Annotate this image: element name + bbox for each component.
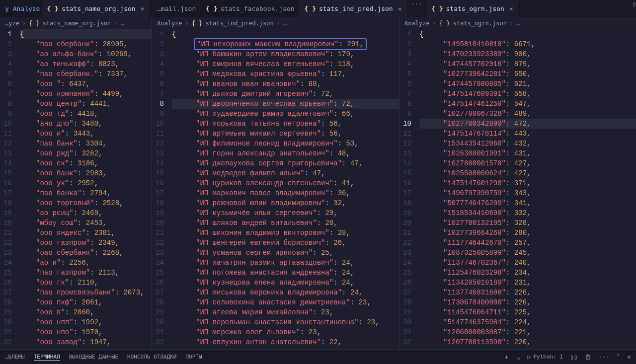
code-line[interactable]: "ИП шиконин владимир викторович": 28, — [172, 228, 399, 238]
code-line[interactable]: "ИП агеева мария михайловна": 23, — [172, 307, 399, 317]
editor-mid[interactable]: 1234567891011121314151617181920212223242… — [152, 29, 399, 349]
code-line[interactable]: "ИП иванов иван иванович": 88, — [172, 79, 399, 89]
terminal-instance[interactable]: ▷ Python: 1 — [528, 353, 563, 361]
code-line[interactable]: "ИП дворянченко вячеслав юрьевич": 72, — [172, 99, 399, 109]
code-line[interactable]: "ИП медякова кристина юрьевна": 117, — [172, 69, 399, 79]
code-line[interactable]: "ИП кузьмичёв илья сергеевич": 29, — [172, 208, 399, 218]
code-line[interactable]: "ИП цуриков александр евгеньевич": 41, — [172, 178, 399, 188]
close-icon[interactable]: × — [509, 5, 513, 12]
code-line[interactable]: "1027739642281": 650, — [419, 69, 636, 79]
code-line[interactable]: "1117746442670": 257, — [419, 238, 636, 248]
code-line[interactable]: "ао альфа-банк": 10269, — [20, 49, 152, 59]
code-line[interactable]: "1145476064711": 225, — [419, 307, 636, 317]
close-icon[interactable]: × — [398, 5, 402, 12]
code-line[interactable]: "ооо яндекс": 2381, — [20, 228, 152, 238]
code-line[interactable]: "1475147609391": 558, — [419, 89, 636, 99]
code-line[interactable]: "5077746476209": 341, — [419, 198, 636, 208]
code-line[interactable]: "пао банк": 3304, — [20, 139, 152, 148]
code-line[interactable]: "ИП мережко олег львович": 23, — [172, 327, 399, 337]
analyze-tab-fragment[interactable]: y Analyze — [0, 0, 42, 17]
code-line[interactable]: "ИП рожновой юлии владимировны": 32, — [172, 198, 399, 208]
more-icon[interactable]: ··· — [598, 353, 610, 361]
code-line[interactable]: "ооо нпп": 1992, — [20, 317, 152, 327]
code-line[interactable]: "1206000003087": 221, — [419, 327, 636, 337]
code-line[interactable]: "оао сбербанк": 2268, — [20, 248, 152, 258]
code-line[interactable]: { — [419, 29, 636, 39]
code-line[interactable]: "1475147601290": 371, — [419, 178, 636, 188]
code-line[interactable]: "ооо банк": 2983, — [20, 168, 152, 178]
code-line[interactable]: "1474457880885": 621, — [419, 79, 636, 89]
code-line[interactable]: "ИП шляков андрей витальевич": 28, — [172, 218, 399, 228]
code-line[interactable]: "ИП медведев филипп ильич": 47, — [172, 168, 399, 178]
close-icon[interactable]: × — [141, 5, 145, 12]
code-line[interactable]: "1475147461250": 547, — [419, 99, 636, 109]
code-line[interactable]: "1025500000624": 427, — [419, 168, 636, 178]
code-line[interactable]: "ИП погожева анастасия андреевна": 24, — [172, 268, 399, 278]
code-line[interactable]: "ИП дьяков дмитрий игоревич": 72, — [172, 89, 399, 99]
terminal-tab-problems[interactable]: …БЛЕМЫ — [5, 354, 25, 360]
code-line[interactable]: "мбоу сош": 2453, — [20, 218, 152, 228]
code-line[interactable]: "1027700342890": 472, — [419, 119, 636, 129]
breadcrumb[interactable]: Analyze › { } stats_ind_pred.json › … — [152, 17, 399, 29]
editor-right[interactable]: 1234567891011121314151617181920212223242… — [399, 29, 636, 349]
code-line[interactable]: "1534435412060": 432, — [419, 139, 636, 148]
code-line[interactable]: "ооо и": 3443, — [20, 129, 152, 139]
code-line[interactable]: "1475147678114": 443, — [419, 129, 636, 139]
code-line[interactable]: { — [172, 29, 399, 39]
code-line[interactable]: "1027739664260": 280, — [419, 228, 636, 238]
code-line[interactable]: "1026300001991": 431, — [419, 148, 636, 158]
code-line[interactable]: "ооо ": 6437, — [20, 79, 152, 89]
code-line[interactable]: "ооо торговый": 2528, — [20, 198, 152, 208]
close-panel-icon[interactable]: ✕ — [627, 353, 631, 361]
code-line[interactable]: "1137746702367": 240, — [419, 258, 636, 268]
code-line[interactable]: "ИП маркович павел владимирович": 36, — [172, 188, 399, 198]
split-editor-icon[interactable]: ▯▯ — [633, 0, 636, 17]
code-line[interactable]: "1474457702916": 879, — [419, 59, 636, 69]
tab-overflow-icon[interactable]: ··· — [407, 0, 426, 17]
code-line[interactable]: "1518534410690": 332, — [419, 208, 636, 218]
code[interactable]: {"ИП нехороших максим владимирович": 291… — [172, 29, 399, 349]
code-line[interactable]: "ИП хачатрян размик артаваздович": 24, — [172, 258, 399, 268]
code-line[interactable]: "пао промсвязьбанк": 2073, — [20, 288, 152, 297]
code[interactable]: {"1495810410810": 6671,"1470233923389": … — [419, 29, 636, 349]
code-line[interactable]: "ооо пкф": 2061, — [20, 297, 152, 307]
code-line[interactable]: "1087325005899": 245, — [419, 248, 636, 258]
code-line[interactable]: "1207700113598": 220, — [419, 337, 636, 347]
code-line[interactable]: "ИП артемьев михаил сергеевич": 56, — [172, 129, 399, 139]
breadcrumb[interactable]: Analyze › { } stats_ogrn.json › … — [399, 17, 636, 29]
code[interactable]: {"пао сбербанк": 28905,"ао альфа-банк": … — [20, 29, 152, 349]
code-line[interactable]: "ао и": 2256, — [20, 258, 152, 268]
tab-ind-pred[interactable]: { } stats_ind_pred.json × — [299, 0, 406, 17]
editor-left[interactable]: 1234567891011121314151617181920212223242… — [0, 29, 152, 349]
code-line[interactable]: "1027700067328": 489, — [419, 109, 636, 119]
new-terminal-icon[interactable]: ＋ — [503, 353, 510, 362]
code-line[interactable]: "1470233923389": 900, — [419, 49, 636, 59]
code-line[interactable]: "ооо центр": 4441, — [20, 99, 152, 109]
code-line[interactable]: "ао рсиц": 2469, — [20, 208, 152, 218]
code-line[interactable]: "ооо тд": 4418, — [20, 109, 152, 119]
code-line[interactable]: "ИП смирнов вячеслав евгеньевич": 118, — [172, 59, 399, 69]
chevron-up-icon[interactable]: ˄ — [617, 353, 620, 361]
code-line[interactable]: "ИП кузнецова елена владимировна": 24, — [172, 278, 399, 288]
terminal-tab-terminal[interactable]: ТЕРМИНАЛ — [34, 354, 60, 361]
code-line[interactable]: "1027800001570": 427, — [419, 158, 636, 168]
chevron-down-icon[interactable]: ⌄ — [517, 353, 521, 361]
code-line[interactable]: "ИП шенгерей евгений борисович": 26, — [172, 238, 399, 248]
code-line[interactable]: "ИП миськова вероника владимировна": 24, — [172, 288, 399, 297]
code-line[interactable]: "ооо компания": 4499, — [20, 89, 152, 99]
code-line[interactable]: "ИП перельман анастасия константиновна":… — [172, 317, 399, 327]
code-line[interactable]: "1134205019189": 231, — [419, 278, 636, 288]
code-line[interactable]: "ИП филимонов леонид владимирович": 53, — [172, 139, 399, 148]
code-line[interactable]: "ИП селивохина анастасия димитриевна": 2… — [172, 297, 399, 307]
code-line[interactable]: "пао сбербанк": 28905, — [20, 39, 152, 49]
tab-facebook[interactable]: { } stats_facebook.json — [201, 0, 299, 17]
code-line[interactable]: "ооо завод": 1947, — [20, 337, 152, 347]
code-line[interactable]: "ооо газпром": 2349, — [20, 238, 152, 248]
tab-stats-name-org[interactable]: { } stats_name_org.json × — [42, 0, 149, 17]
split-terminal-icon[interactable]: ▯▯ — [570, 353, 578, 361]
code-line[interactable]: "ИП худавердиев рамиз адалетович": 66, — [172, 109, 399, 119]
trash-icon[interactable]: 🗑 — [585, 353, 591, 361]
code-line[interactable]: "ИП хорькова татьяна петровна": 56, — [172, 119, 399, 129]
code-line[interactable]: "5147746375984": 224, — [419, 317, 636, 327]
code-line[interactable]: "оао ржд": 3262, — [20, 148, 152, 158]
